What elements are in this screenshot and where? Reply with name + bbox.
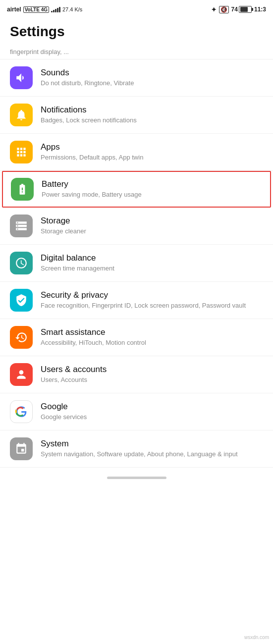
settings-item-smart-assistance[interactable]: Smart assistance Accessibility, HiTouch,… <box>0 319 273 356</box>
storage-icon <box>15 219 28 232</box>
sounds-text: Sounds Do not disturb, Ringtone, Vibrate <box>41 68 263 88</box>
settings-item-system[interactable]: System System navigation, Software updat… <box>0 430 273 468</box>
settings-item-apps[interactable]: Apps Permissions, Default apps, App twin <box>0 134 273 171</box>
settings-item-google[interactable]: Google Google services <box>0 393 273 430</box>
partial-item: fingerprint display, ... <box>0 44 273 59</box>
notifications-icon-wrapper <box>10 104 33 126</box>
signal-icon <box>51 6 60 12</box>
apps-title: Apps <box>41 142 263 152</box>
apps-icon-wrapper <box>10 141 33 163</box>
system-icon-wrapper <box>10 437 33 460</box>
settings-item-battery[interactable]: Battery Power saving mode, Battery usage <box>2 171 271 208</box>
apps-text: Apps Permissions, Default apps, App twin <box>41 142 263 162</box>
system-subtitle: System navigation, Software update, Abou… <box>41 450 263 459</box>
page-title: Settings <box>0 18 273 44</box>
network-type: VoLTE 4G <box>23 6 49 13</box>
google-icon-wrapper <box>10 400 33 423</box>
bottom-handle <box>0 468 273 485</box>
status-bar: airtel VoLTE 4G 27.4 K/s ✦ 🔇 74 11:3 <box>0 0 273 18</box>
settings-item-sounds[interactable]: Sounds Do not disturb, Ringtone, Vibrate <box>0 59 273 97</box>
sounds-subtitle: Do not disturb, Ringtone, Vibrate <box>41 79 263 88</box>
network-speed: 27.4 K/s <box>62 6 82 12</box>
apps-subtitle: Permissions, Default apps, App twin <box>41 153 263 162</box>
system-icon <box>15 442 28 455</box>
battery-container: 74 <box>231 6 252 13</box>
storage-icon-wrapper <box>10 215 33 237</box>
google-title: Google <box>41 402 263 412</box>
notifications-icon <box>15 108 28 121</box>
smart-assistance-subtitle: Accessibility, HiTouch, Motion control <box>41 338 263 347</box>
carrier-info: airtel VoLTE 4G 27.4 K/s <box>7 6 82 13</box>
system-text: System System navigation, Software updat… <box>41 439 263 459</box>
digital-balance-subtitle: Screen time management <box>41 264 263 273</box>
settings-list: Sounds Do not disturb, Ringtone, Vibrate… <box>0 59 273 468</box>
digital-balance-icon <box>15 257 28 269</box>
settings-item-digital-balance[interactable]: Digital balance Screen time management <box>0 245 273 282</box>
smart-assistance-icon-wrapper <box>10 326 33 349</box>
users-icon-wrapper <box>10 363 33 386</box>
digital-balance-title: Digital balance <box>41 253 263 263</box>
users-icon <box>15 368 28 381</box>
battery-text: Battery Power saving mode, Battery usage <box>42 179 262 199</box>
storage-title: Storage <box>41 216 263 226</box>
apps-icon <box>15 146 28 159</box>
battery-settings-icon <box>16 183 29 196</box>
smart-assistance-icon <box>15 331 28 344</box>
security-privacy-text: Security & privacy Face recognition, Fin… <box>41 290 263 310</box>
storage-text: Storage Storage cleaner <box>41 216 263 236</box>
battery-tip <box>252 8 253 11</box>
users-accounts-text: Users & accounts Users, Accounts <box>41 365 263 384</box>
notifications-title: Notifications <box>41 105 263 115</box>
watermark: wsxdn.com <box>244 635 269 640</box>
vibrate-icon: 🔇 <box>219 6 229 13</box>
smart-assistance-title: Smart assistance <box>41 327 263 337</box>
sounds-title: Sounds <box>41 68 263 78</box>
battery-title: Battery <box>42 179 262 189</box>
time: 11:3 <box>254 6 266 13</box>
battery-subtitle: Power saving mode, Battery usage <box>42 190 262 199</box>
storage-subtitle: Storage cleaner <box>41 227 263 236</box>
google-subtitle: Google services <box>41 413 263 422</box>
security-privacy-title: Security & privacy <box>41 290 263 300</box>
battery-fill <box>240 7 248 12</box>
settings-item-users-accounts[interactable]: Users & accounts Users, Accounts <box>0 356 273 393</box>
sounds-icon <box>15 71 28 84</box>
settings-item-security-privacy[interactable]: Security & privacy Face recognition, Fin… <box>0 282 273 319</box>
settings-item-notifications[interactable]: Notifications Badges, Lock screen notifi… <box>0 97 273 134</box>
carrier-name: airtel <box>7 6 21 13</box>
system-title: System <box>41 439 263 449</box>
digital-balance-icon-wrapper <box>10 252 33 274</box>
notifications-text: Notifications Badges, Lock screen notifi… <box>41 105 263 125</box>
battery-icon-wrapper <box>11 178 34 201</box>
battery-icon <box>239 6 252 13</box>
settings-item-storage[interactable]: Storage Storage cleaner <box>0 208 273 245</box>
nav-handle-bar <box>107 477 166 479</box>
sounds-icon-wrapper <box>10 66 33 89</box>
security-privacy-subtitle: Face recognition, Fingerprint ID, Lock s… <box>41 301 263 310</box>
google-text: Google Google services <box>41 402 263 422</box>
security-icon <box>15 294 28 307</box>
notifications-subtitle: Badges, Lock screen notifications <box>41 116 263 125</box>
bluetooth-icon: ✦ <box>211 6 217 13</box>
status-right: ✦ 🔇 74 11:3 <box>211 6 266 13</box>
security-icon-wrapper <box>10 289 33 312</box>
google-icon <box>15 405 28 418</box>
smart-assistance-text: Smart assistance Accessibility, HiTouch,… <box>41 327 263 347</box>
digital-balance-text: Digital balance Screen time management <box>41 253 263 273</box>
users-accounts-subtitle: Users, Accounts <box>41 376 263 384</box>
users-accounts-title: Users & accounts <box>41 365 263 375</box>
battery-percent: 74 <box>231 6 238 13</box>
